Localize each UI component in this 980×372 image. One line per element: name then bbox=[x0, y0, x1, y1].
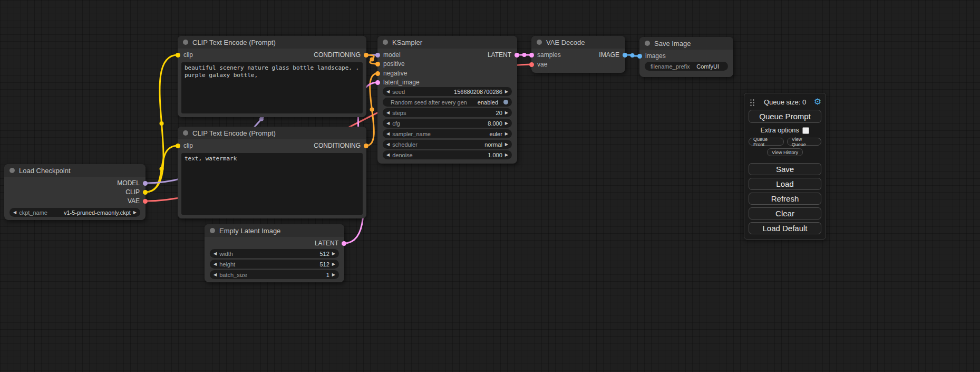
widget-name: cfg bbox=[392, 120, 400, 127]
slot-empty-latent-out-latent[interactable] bbox=[342, 241, 346, 246]
slot-load-checkpoint-out-clip[interactable] bbox=[143, 190, 148, 195]
slot-ksampler-in-latent-image[interactable] bbox=[375, 80, 380, 85]
widget-filename-prefix[interactable]: filename_prefix ComfyUI bbox=[645, 62, 728, 71]
node-graph-canvas[interactable]: { "icons": { "left_arrow": "◀", "right_a… bbox=[0, 0, 980, 372]
collapse-dot[interactable] bbox=[383, 40, 388, 45]
collapse-dot[interactable] bbox=[210, 228, 215, 233]
prompt-textarea-negative[interactable]: text, watermark bbox=[181, 153, 363, 215]
node-title-bar[interactable]: VAE Decode bbox=[531, 36, 625, 49]
refresh-button[interactable]: Refresh bbox=[749, 193, 821, 205]
decrement-arrow-icon[interactable]: ◀ bbox=[386, 142, 390, 147]
widget-denoise[interactable]: ◀ denoise 1.000 ▶ bbox=[383, 150, 512, 159]
collapse-dot[interactable] bbox=[183, 40, 188, 45]
extra-options-label: Extra options bbox=[761, 127, 799, 134]
widget-sampler-name[interactable]: ◀ sampler_name euler ▶ bbox=[383, 129, 512, 138]
toggle-dot-icon[interactable] bbox=[503, 100, 508, 104]
node-vae-decode[interactable]: VAE Decode samples IMAGE vae bbox=[531, 36, 625, 73]
slot-ksampler-in-model[interactable] bbox=[375, 53, 380, 58]
input-slot-label: images bbox=[645, 52, 666, 60]
node-load-checkpoint[interactable]: Load Checkpoint MODEL CLIP VAE ◀ ckpt_na… bbox=[4, 164, 145, 220]
decrement-arrow-icon[interactable]: ◀ bbox=[214, 273, 217, 277]
widget-value: 156680208700286 bbox=[454, 89, 502, 95]
slot-vae-decode-out-image[interactable] bbox=[623, 53, 627, 58]
node-title-bar[interactable]: CLIP Text Encode (Prompt) bbox=[178, 36, 366, 49]
widget-scheduler[interactable]: ◀ scheduler normal ▶ bbox=[383, 140, 512, 149]
widget-name: filename_prefix bbox=[651, 63, 690, 70]
decrement-arrow-icon[interactable]: ◀ bbox=[214, 252, 217, 256]
widget-steps[interactable]: ◀ steps 20 ▶ bbox=[383, 108, 512, 117]
node-clip-text-encode-positive[interactable]: CLIP Text Encode (Prompt) clip CONDITION… bbox=[178, 36, 366, 117]
slot-clip-neg-in-clip[interactable] bbox=[176, 144, 180, 148]
node-title-bar[interactable]: Empty Latent Image bbox=[205, 224, 344, 237]
widget-name: width bbox=[219, 251, 233, 257]
collapse-dot[interactable] bbox=[537, 40, 542, 45]
increment-arrow-icon[interactable]: ▶ bbox=[332, 262, 335, 266]
node-title-label: VAE Decode bbox=[546, 39, 585, 46]
node-title-bar[interactable]: KSampler bbox=[377, 36, 517, 49]
widget-random-seed-toggle[interactable]: Random seed after every gen enabled bbox=[383, 98, 512, 107]
increment-arrow-icon[interactable]: ▶ bbox=[133, 211, 137, 215]
decrement-arrow-icon[interactable]: ◀ bbox=[386, 132, 390, 136]
widget-height[interactable]: ◀ height 512 ▶ bbox=[210, 260, 339, 269]
decrement-arrow-icon[interactable]: ◀ bbox=[214, 262, 217, 266]
queue-prompt-button[interactable]: Queue Prompt bbox=[749, 110, 821, 123]
node-title-bar[interactable]: Save Image bbox=[639, 37, 733, 50]
slot-save-image-in-images[interactable] bbox=[637, 54, 642, 59]
node-save-image[interactable]: Save Image images filename_prefix ComfyU… bbox=[639, 37, 733, 77]
increment-arrow-icon[interactable]: ▶ bbox=[505, 90, 508, 94]
output-slot-latent: LATENT bbox=[488, 51, 519, 59]
slot-clip-pos-in-clip[interactable] bbox=[176, 53, 180, 58]
increment-arrow-icon[interactable]: ▶ bbox=[332, 273, 335, 277]
collapse-dot[interactable] bbox=[183, 130, 188, 136]
slot-load-checkpoint-out-vae[interactable] bbox=[143, 199, 148, 204]
decrement-arrow-icon[interactable]: ◀ bbox=[386, 153, 390, 157]
widget-seed[interactable]: ◀ seed 156680208700286 ▶ bbox=[383, 87, 512, 96]
widget-ckpt-name[interactable]: ◀ ckpt_name v1-5-pruned-emaonly.ckpt ▶ bbox=[9, 208, 140, 217]
output-slot-label: IMAGE bbox=[599, 51, 619, 59]
decrement-arrow-icon[interactable]: ◀ bbox=[386, 90, 390, 94]
increment-arrow-icon[interactable]: ▶ bbox=[332, 252, 335, 256]
widget-value: 1.000 bbox=[488, 152, 502, 158]
decrement-arrow-icon[interactable]: ◀ bbox=[386, 111, 390, 115]
queue-small-buttons-row: Queue Front View Queue bbox=[749, 138, 821, 146]
drag-handle-icon[interactable] bbox=[750, 99, 755, 106]
node-title-label: CLIP Text Encode (Prompt) bbox=[192, 39, 276, 46]
extra-options-checkbox[interactable] bbox=[802, 127, 809, 134]
view-queue-button[interactable]: View Queue bbox=[787, 138, 821, 146]
node-ksampler[interactable]: KSampler model LATENT positive negative … bbox=[377, 36, 517, 164]
node-title-bar[interactable]: CLIP Text Encode (Prompt) bbox=[178, 127, 366, 139]
save-button[interactable]: Save bbox=[749, 163, 821, 175]
clear-button[interactable]: Clear bbox=[749, 207, 821, 220]
increment-arrow-icon[interactable]: ▶ bbox=[505, 153, 508, 157]
increment-arrow-icon[interactable]: ▶ bbox=[505, 132, 508, 136]
widget-batch-size[interactable]: ◀ batch_size 1 ▶ bbox=[210, 270, 339, 279]
slot-vae-decode-in-vae[interactable] bbox=[529, 62, 534, 67]
load-button[interactable]: Load bbox=[749, 178, 821, 190]
node-title-bar[interactable]: Load Checkpoint bbox=[4, 164, 145, 177]
collapse-dot[interactable] bbox=[9, 168, 15, 173]
increment-arrow-icon[interactable]: ▶ bbox=[505, 121, 508, 126]
slot-ksampler-out-latent[interactable] bbox=[515, 53, 519, 58]
input-slot-label: samples bbox=[537, 51, 561, 59]
decrement-arrow-icon[interactable]: ◀ bbox=[386, 121, 390, 126]
widget-cfg[interactable]: ◀ cfg 8.000 ▶ bbox=[383, 119, 512, 128]
queue-front-button[interactable]: Queue Front bbox=[749, 138, 784, 146]
slot-ksampler-in-negative[interactable] bbox=[375, 71, 380, 76]
slot-ksampler-in-positive[interactable] bbox=[375, 62, 380, 66]
view-history-button[interactable]: View History bbox=[767, 148, 803, 156]
increment-arrow-icon[interactable]: ▶ bbox=[505, 142, 508, 147]
prompt-textarea-positive[interactable]: beautiful scenery nature glass bottle la… bbox=[181, 62, 363, 113]
slot-clip-neg-out-conditioning[interactable] bbox=[364, 144, 368, 148]
widget-width[interactable]: ◀ width 512 ▶ bbox=[210, 249, 339, 258]
decrement-arrow-icon[interactable]: ◀ bbox=[13, 211, 16, 215]
slot-vae-decode-in-samples[interactable] bbox=[529, 53, 534, 58]
slot-load-checkpoint-out-model[interactable] bbox=[143, 181, 148, 186]
node-clip-text-encode-negative[interactable]: CLIP Text Encode (Prompt) clip CONDITION… bbox=[178, 127, 366, 218]
collapse-dot[interactable] bbox=[645, 41, 650, 46]
node-empty-latent-image[interactable]: Empty Latent Image LATENT ◀ width 512 ▶ … bbox=[205, 224, 344, 282]
load-default-button[interactable]: Load Default bbox=[749, 222, 821, 234]
link-wire bbox=[145, 146, 178, 192]
settings-gear-icon[interactable]: ⚙ bbox=[814, 97, 821, 107]
increment-arrow-icon[interactable]: ▶ bbox=[505, 111, 508, 115]
slot-clip-pos-out-conditioning[interactable] bbox=[364, 53, 368, 58]
